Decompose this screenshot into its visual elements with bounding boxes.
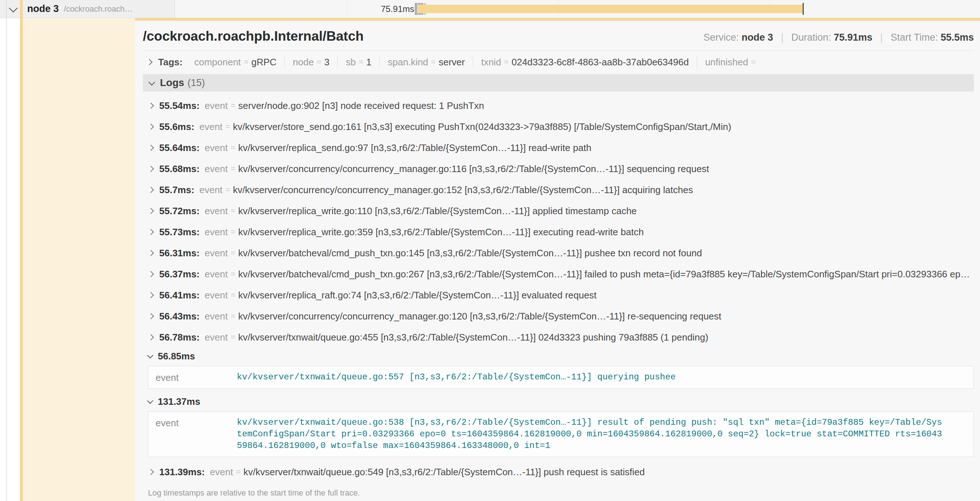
chevron-right-icon[interactable] xyxy=(148,334,154,340)
chevron-right-icon[interactable] xyxy=(148,271,154,278)
chevron-down-icon[interactable] xyxy=(148,79,155,85)
log-entry[interactable]: 55.68ms: event = kv/kvserver/concurrency… xyxy=(143,158,974,179)
log-entry-expanded-header[interactable]: 131.37ms xyxy=(143,393,974,410)
equals-sign: = xyxy=(231,206,235,215)
chevron-down-icon[interactable] xyxy=(147,398,153,404)
log-entry[interactable]: 56.41ms: event = kv/kvserver/replica_raf… xyxy=(143,285,974,306)
start-time-value: 55.5ms xyxy=(940,32,974,43)
log-entry[interactable]: 55.7ms: event = kv/kvserver/concurrency/… xyxy=(143,179,974,200)
log-entry[interactable]: 55.54ms: event = server/node.go:902 [n3]… xyxy=(143,95,974,116)
page-title: /cockroach.roachpb.Internal/Batch xyxy=(143,29,364,44)
equals-sign: = xyxy=(231,290,235,300)
log-entry[interactable]: 56.43ms: event = kv/kvserver/concurrency… xyxy=(143,306,974,327)
log-entry[interactable]: 56.37ms: event = kv/kvserver/batcheval/c… xyxy=(143,263,974,285)
log-entry[interactable]: 55.72ms: event = kv/kvserver/replica_wri… xyxy=(143,200,974,222)
timeline-gridline xyxy=(347,0,347,18)
chevron-right-icon[interactable] xyxy=(148,103,154,109)
chevron-right-icon[interactable] xyxy=(148,229,154,235)
chevron-right-icon[interactable] xyxy=(148,166,154,172)
equals-sign: = xyxy=(231,311,235,321)
logs-count: (15) xyxy=(188,77,205,89)
log-field-value: kv/kvserver/txnwait/queue.go:538 [n3,s3,… xyxy=(237,417,942,452)
span-service-name[interactable]: node 3 xyxy=(27,3,59,14)
detail-accent-bar xyxy=(135,18,980,21)
log-entry-expanded-header[interactable]: 56.85ms xyxy=(143,348,974,364)
equals-sign: = xyxy=(231,248,235,258)
span-detail-card: /cockroach.roachpb.Internal/Batch Servic… xyxy=(135,21,980,501)
equals-sign: = xyxy=(231,143,235,153)
log-field-key: event xyxy=(156,372,237,383)
trace-detail-page: node 3 /cockroach.roach… 75.91ms /cockro… xyxy=(0,0,980,501)
span-operation-name: /cockroach.roach… xyxy=(64,4,175,14)
service-label: Service: xyxy=(704,32,739,43)
logs-section-header[interactable]: Logs (15) xyxy=(143,74,974,91)
chevron-right-icon[interactable] xyxy=(148,145,154,151)
log-entry[interactable]: 55.6ms: event = kv/kvserver/store_send.g… xyxy=(143,116,974,137)
log-entry-detail: event kv/kvserver/txnwait/queue.go:557 [… xyxy=(148,366,974,389)
log-entry[interactable]: 131.39ms: event = kv/kvserver/txnwait/qu… xyxy=(143,461,974,482)
equals-sign: = xyxy=(244,57,248,67)
log-entry[interactable]: 56.78ms: event = kv/kvserver/txnwait/que… xyxy=(143,327,974,348)
span-end-tick xyxy=(803,3,804,15)
duration-value: 75.91ms xyxy=(834,32,873,43)
equals-sign: = xyxy=(231,101,235,110)
tag-txnid: txnid = 024d3323-6c8f-4863-aa8b-37ab0e63… xyxy=(473,56,697,68)
equals-sign: = xyxy=(504,57,509,67)
collapse-children-icon[interactable] xyxy=(9,4,18,12)
equals-sign: = xyxy=(225,185,230,195)
chevron-right-icon[interactable] xyxy=(148,469,154,475)
equals-sign: = xyxy=(236,467,240,477)
log-list: 55.54ms: event = server/node.go:902 [n3]… xyxy=(143,91,974,482)
log-entry[interactable]: 55.64ms: event = kv/kvserver/replica_sen… xyxy=(143,137,974,158)
equals-sign: = xyxy=(431,57,436,67)
gutter-divider xyxy=(6,0,6,501)
tags-label: Tags: xyxy=(158,57,183,68)
equals-sign: = xyxy=(231,164,235,174)
tag-span-kind: span.kind = server xyxy=(379,56,473,68)
span-duration-label: 75.91ms xyxy=(371,4,414,14)
divider: | xyxy=(880,32,883,43)
log-entry-detail: event kv/kvserver/txnwait/queue.go:538 [… xyxy=(148,411,974,457)
span-name-column[interactable]: node 3 /cockroach.roach… xyxy=(0,0,175,18)
chevron-right-icon[interactable] xyxy=(148,208,154,214)
detail-header: /cockroach.roachpb.Internal/Batch Servic… xyxy=(143,21,974,44)
chevron-right-icon[interactable] xyxy=(146,59,153,65)
equals-sign: = xyxy=(231,333,235,342)
span-detail-panel: /cockroach.roachpb.Internal/Batch Servic… xyxy=(135,18,980,501)
logs-title: Logs xyxy=(160,77,184,89)
chevron-right-icon[interactable] xyxy=(148,250,154,256)
log-field-value: kv/kvserver/txnwait/queue.go:557 [n3,s3,… xyxy=(237,372,676,383)
equals-sign: = xyxy=(317,57,321,67)
tag-unfinished: unfinished = xyxy=(697,56,766,68)
chevron-down-icon[interactable] xyxy=(147,353,153,359)
tags-section[interactable]: Tags: component = gRPC node = 3 sb = 1 s… xyxy=(143,51,974,73)
equals-sign: = xyxy=(231,227,235,237)
tag-sb: sb = 1 xyxy=(337,56,379,68)
start-time-label: Start Time: xyxy=(891,32,938,43)
span-color-stripe xyxy=(20,0,23,501)
span-duration-bar[interactable] xyxy=(418,5,803,13)
equals-sign: = xyxy=(751,57,756,67)
tag-component: component = gRPC xyxy=(186,56,284,68)
span-indent-column xyxy=(23,18,135,501)
equals-sign: = xyxy=(359,57,363,67)
log-entry[interactable]: 55.73ms: event = kv/kvserver/replica_wri… xyxy=(143,222,974,243)
chevron-right-icon[interactable] xyxy=(148,292,154,298)
equals-sign: = xyxy=(231,270,235,279)
log-entry[interactable]: 56.31ms: event = kv/kvserver/batcheval/c… xyxy=(143,243,974,263)
tag-node: node = 3 xyxy=(284,56,337,68)
span-timeline[interactable]: 75.91ms xyxy=(175,0,980,18)
equals-sign: = xyxy=(225,122,230,131)
chevron-right-icon[interactable] xyxy=(148,313,154,319)
chevron-right-icon[interactable] xyxy=(148,187,154,193)
logs-footer-note: Log timestamps are relative to the start… xyxy=(148,488,974,498)
divider: | xyxy=(781,32,783,43)
span-overview: Service: node 3 | Duration: 75.91ms | St… xyxy=(704,32,974,43)
log-field-key: event xyxy=(156,417,237,452)
span-row[interactable]: node 3 /cockroach.roach… 75.91ms xyxy=(0,0,980,18)
duration-label: Duration: xyxy=(791,32,831,43)
chevron-right-icon[interactable] xyxy=(148,124,154,130)
service-value: node 3 xyxy=(742,32,773,43)
